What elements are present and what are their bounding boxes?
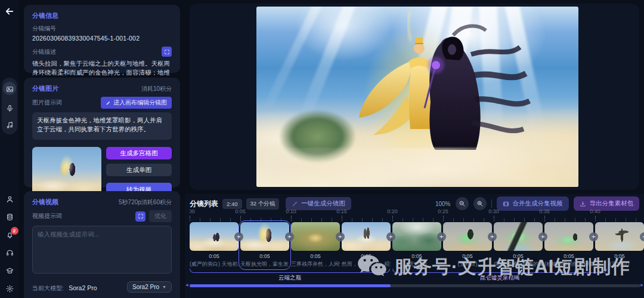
ruler-minor-ticks (190, 218, 644, 222)
clip-duration: 0:05 (342, 253, 391, 259)
ruler-label: 0:15 (333, 208, 350, 214)
add-shot-button[interactable]: + (285, 232, 294, 241)
clip-caption: (威严的旁白) 天地初... (190, 260, 239, 268)
total-duration-badge: 2:40 (222, 199, 242, 209)
timeline-scrollbar[interactable] (190, 284, 640, 287)
user-icon[interactable] (6, 195, 14, 202)
video-prompt-label: 视频提示词 (32, 212, 62, 220)
ruler-label: 0:35 (536, 208, 553, 214)
pencil-icon (106, 100, 111, 106)
add-shot-button[interactable]: + (386, 232, 395, 241)
clip-duration: 0:05 (392, 253, 441, 259)
clip-duration: 0:05 (595, 253, 644, 259)
scroll-right-arrow[interactable]: ▶ (640, 282, 643, 287)
ruler-label: 0:20 (384, 208, 401, 214)
clip-6[interactable]: +0:05(无对白) (443, 222, 492, 268)
shot-image-panel: 分镜图片 消耗10积分 图片提示词 进入画布编辑分镜图 天枢身披金色神光，地维笼… (24, 78, 180, 188)
tab-image-active[interactable] (3, 82, 16, 95)
expand-video-prompt-button[interactable] (135, 211, 145, 222)
model-value: Sora2 Pro (69, 284, 97, 291)
shot-info-panel: 分镜信息 分镜编号 202603060839330047545-1-001-00… (24, 5, 180, 73)
model-label: 当前大模型: (32, 285, 64, 291)
graduation-cap-icon[interactable] (6, 266, 14, 274)
notifications-button[interactable]: 2 (6, 231, 14, 238)
clip-duration: 0:05 (190, 253, 239, 259)
generate-grid-button[interactable]: 生成多宫格图 (106, 147, 172, 159)
optimize-button[interactable]: 优化 (149, 210, 172, 222)
clip-thumbnail[interactable] (291, 222, 340, 251)
shot-video-title: 分镜视频 (32, 198, 58, 207)
add-shot-button[interactable]: + (488, 232, 497, 241)
app-window: 2 分镜信息 分镜编号 202603060839330047545-1-001-… (0, 0, 644, 298)
clip-caption: 天枢执光明，掌生发；... (240, 260, 289, 268)
coins-icon[interactable] (6, 213, 14, 220)
expand-description-button[interactable] (162, 47, 172, 57)
download-icon (580, 201, 586, 207)
clip-8[interactable]: +0:05(植物枯萎的细微碎裂... (544, 222, 593, 268)
edit-canvas-button[interactable]: 进入画布编辑分镜图 (101, 97, 172, 109)
clip-caption: (能量被强行抽离的嘶... (494, 260, 543, 268)
back-button[interactable] (4, 6, 15, 17)
clip-thumbnail[interactable] (494, 222, 543, 251)
timeline-ruler[interactable]: 0:000:050:100:150:200:250:300:350:40 (190, 208, 644, 215)
shot-image-title: 分镜图片 (32, 84, 58, 93)
clip-duration: 0:05 (291, 253, 340, 259)
ruler-label: 0:05 (232, 208, 249, 214)
add-shot-button[interactable]: + (589, 232, 598, 241)
scene-group-label: 云端之巅 (190, 274, 390, 282)
shot-preview-image[interactable] (256, 7, 578, 187)
clip-2[interactable]: +0:05天枢执光明，掌生发；... (240, 222, 289, 268)
shot-image-preview (32, 147, 101, 196)
clip-1[interactable]: +0:05(威严的旁白) 天地初... (190, 222, 239, 268)
shot-image-thumbnail[interactable] (32, 147, 101, 196)
microphone-icon[interactable] (6, 104, 14, 112)
clip-thumbnail[interactable] (443, 222, 492, 251)
music-icon[interactable] (6, 121, 14, 128)
add-shot-button[interactable]: + (538, 232, 547, 241)
clip-caption: 然而，平衡之下，暗流... (342, 260, 391, 268)
image-prompt-input[interactable]: 天枢身披金色神光，地维笼罩暗影，两人并肩立于云端，共同执掌着下方世界的秩序。 (32, 112, 172, 140)
image-icon (6, 85, 14, 93)
clip-thumbnail[interactable] (240, 222, 289, 251)
clip-9[interactable]: +0:05(无对白) (595, 222, 644, 268)
clip-3[interactable]: +0:05三界秩序井然，人间烟... (291, 222, 340, 268)
shot-number-value: 202603060839330047545-1-001-002 (32, 35, 172, 42)
scene-group-bracket (392, 269, 607, 273)
clip-caption: (无对白) (443, 260, 492, 268)
clip-thumbnail[interactable] (190, 222, 239, 251)
ruler-label: 0:25 (435, 208, 451, 214)
image-prompt-label: 图片提示词 (32, 99, 62, 107)
scrollbar-thumb[interactable] (190, 284, 391, 287)
add-shot-button[interactable]: + (234, 232, 243, 241)
clip-5[interactable]: +0:05(无对白) (392, 222, 441, 268)
clip-4[interactable]: +0:05然而，平衡之下，暗流... (342, 222, 391, 268)
shot-video-panel: 分镜视频 5秒720p消耗60积分 视频提示词 优化 当前大模型: Sora2 … (24, 191, 180, 298)
scene-group-bracket (190, 269, 390, 273)
scroll-left-arrow[interactable]: ◀ (185, 282, 188, 287)
gear-icon[interactable] (6, 284, 14, 292)
zoom-level: 100% (435, 201, 451, 207)
image-cost: 消耗10积分 (141, 85, 172, 93)
clip-7[interactable]: +0:05(能量被强行抽离的嘶... (494, 222, 543, 268)
video-prompt-input[interactable] (32, 226, 172, 274)
headset-icon[interactable] (6, 248, 14, 256)
fullscreen-corners-icon (138, 213, 144, 219)
film-icon (503, 201, 509, 207)
add-shot-button[interactable]: + (336, 232, 345, 241)
left-icon-rail: 2 (0, 0, 19, 298)
arrow-left-icon (4, 6, 15, 17)
clip-duration: 0:05 (544, 253, 593, 259)
divider (491, 199, 492, 208)
ruler-label: 0:40 (587, 208, 603, 214)
model-select[interactable]: Sora2 Pro▼ (127, 281, 172, 293)
clip-caption: (无对白) (595, 260, 644, 268)
add-shot-button[interactable]: + (437, 232, 446, 241)
clip-thumbnail[interactable] (342, 222, 391, 251)
clip-thumbnail[interactable] (392, 222, 441, 251)
media-tools-group (2, 78, 17, 134)
ruler-label: 0:30 (485, 208, 502, 214)
clip-duration: 0:05 (443, 253, 492, 259)
clip-thumbnail[interactable] (544, 222, 593, 251)
clip-thumbnail[interactable] (595, 222, 644, 251)
generate-single-button[interactable]: 生成单图 (106, 164, 172, 176)
